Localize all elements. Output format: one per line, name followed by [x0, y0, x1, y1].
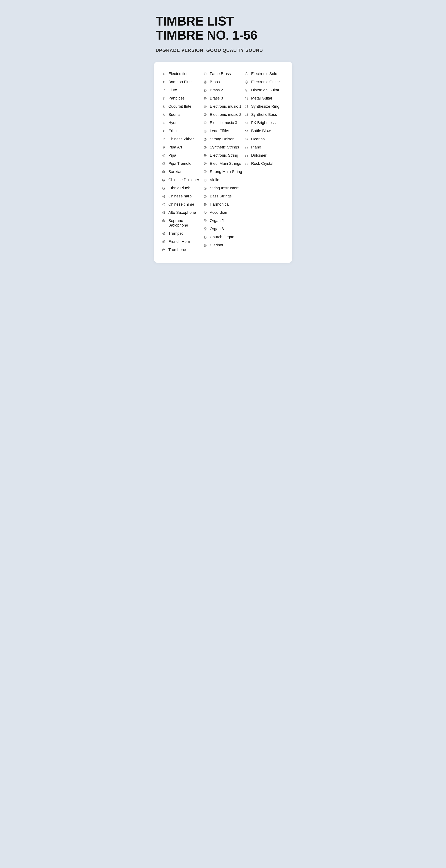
- list-item: ㉗Electronic music 1: [202, 102, 244, 111]
- column-1: ①Electric flute②Bamboo Flute③Flute④Panpi…: [161, 70, 202, 254]
- item-number: ㉙: [202, 121, 208, 125]
- list-item: ⑤Cucurbit flute: [161, 102, 202, 111]
- item-name: Bass Strings: [210, 194, 232, 198]
- list-item: ㉝Electronic String: [202, 151, 244, 159]
- item-number: ㊿: [244, 113, 249, 117]
- list-item: ㊿Synthetic Bass: [244, 111, 285, 119]
- item-number: ⑰: [161, 203, 167, 207]
- item-name: Electric flute: [168, 71, 190, 76]
- item-name: Soprano Saxophone: [168, 218, 202, 227]
- list-item: ㉛Strong Unison: [202, 135, 244, 143]
- header: TIMBRE LIST TIMBRE NO. 1-56 UPGRADE VERS…: [154, 7, 292, 62]
- item-number: ①: [161, 72, 167, 76]
- list-item: ㊴Harmonica: [202, 200, 244, 209]
- item-number: ⑪: [161, 154, 167, 158]
- item-number: ㊳: [202, 195, 208, 198]
- list-item: ㉑French Horn: [161, 238, 202, 246]
- item-name: Trombone: [168, 247, 186, 252]
- item-number: ⑮: [161, 186, 167, 190]
- item-name: Brass: [210, 80, 220, 84]
- list-item: ㉜Synthetic Strings: [202, 143, 244, 151]
- list-item: 52Bottle Blow: [244, 127, 285, 135]
- item-name: Synthesize Ring: [251, 104, 279, 109]
- item-name: Bottle Blow: [251, 129, 270, 133]
- item-number: 52: [244, 130, 249, 133]
- item-number: ㉛: [202, 138, 208, 141]
- item-number: ㉔: [202, 81, 208, 84]
- item-number: ⑲: [161, 219, 167, 223]
- item-number: ⑦: [161, 121, 167, 125]
- column-2: ㉓Farce Brass㉔Brass㉕Brass 2㉖Brass 3㉗Elect…: [202, 70, 244, 254]
- item-name: Elec. Main Strings: [210, 161, 241, 166]
- item-number: ㉟: [202, 170, 208, 174]
- item-number: ⑥: [161, 113, 167, 117]
- item-name: Pipa Tremolo: [168, 161, 192, 166]
- item-name: Farce Brass: [210, 71, 231, 76]
- list-item: ㉙Electric music 3: [202, 119, 244, 127]
- list-item: ⑪Pipa: [161, 151, 202, 159]
- list-item: ㉕Brass 2: [202, 86, 244, 94]
- list-item: 55Dulcimer: [244, 151, 285, 159]
- item-number: ②: [161, 80, 167, 84]
- item-number: ⑤: [161, 105, 167, 108]
- item-number: ㊵: [202, 211, 208, 215]
- list-item: ⑰Chinese chime: [161, 200, 202, 209]
- item-name: String Instrument: [210, 186, 240, 190]
- list-item: ㊱Violin: [202, 176, 244, 184]
- list-item: ⑨Chinese Zither: [161, 135, 202, 143]
- list-item: ②Bamboo Flute: [161, 78, 202, 86]
- item-name: Rock Crystal: [251, 161, 273, 166]
- item-number: ㊺: [244, 72, 249, 76]
- item-number: ㉒: [161, 248, 167, 252]
- item-name: Ethnic Pluck: [168, 186, 190, 190]
- item-name: Trumpet: [168, 231, 183, 236]
- item-name: Chinese Zither: [168, 137, 194, 142]
- list-item: ⑭Chinese Dulcimer: [161, 176, 202, 184]
- item-number: ㉝: [202, 154, 208, 158]
- item-name: Hyun: [168, 120, 178, 125]
- item-number: ⑧: [161, 129, 167, 133]
- item-number: 51: [244, 122, 249, 125]
- list-item: ③Flute: [161, 86, 202, 94]
- list-item: 51FX Brightness: [244, 119, 285, 127]
- list-item: ㊵Accordion: [202, 209, 244, 217]
- item-name: FX Brightness: [251, 120, 276, 125]
- item-name: Electronic String: [210, 153, 238, 158]
- list-item: ⑩Pipa Art: [161, 143, 202, 151]
- item-number: 54: [244, 146, 249, 149]
- item-name: Dulcimer: [251, 153, 266, 158]
- item-number: ㊼: [244, 89, 249, 92]
- list-item: ㊲String Instrument: [202, 184, 244, 192]
- item-number: 55: [244, 154, 249, 157]
- item-name: Organ 3: [210, 226, 224, 231]
- item-name: Synthetic Strings: [210, 145, 239, 150]
- item-number: ㉕: [202, 89, 208, 92]
- item-number: ⑫: [161, 162, 167, 166]
- item-name: Accordion: [210, 210, 227, 215]
- item-number: ㊷: [202, 227, 208, 231]
- list-item: 54Piano: [244, 143, 285, 151]
- item-name: Alto Saxophone: [168, 210, 196, 215]
- list-item: ⑱Alto Saxophone: [161, 209, 202, 217]
- item-number: 56: [244, 162, 249, 165]
- list-item: 56Rock Crystal: [244, 159, 285, 168]
- item-name: Suona: [168, 112, 180, 117]
- item-name: Brass 3: [210, 96, 223, 101]
- item-number: ⑩: [161, 146, 167, 149]
- list-item: ㊻Electronic Guitar: [244, 78, 285, 86]
- item-name: Electric music 3: [210, 120, 237, 125]
- list-item: ㊺Electronic Solo: [244, 70, 285, 78]
- list-item: ①Electric flute: [161, 70, 202, 78]
- item-name: French Horn: [168, 239, 190, 244]
- item-number: ㉗: [202, 105, 208, 108]
- item-number: ㊻: [244, 81, 249, 84]
- item-number: ⑳: [161, 232, 167, 236]
- column-3: ㊺Electronic Solo㊻Electronic Guitar㊼Disto…: [244, 70, 285, 254]
- item-name: Bamboo Flute: [168, 80, 193, 84]
- item-number: ㉑: [161, 240, 167, 244]
- list-item: ⑥Suona: [161, 111, 202, 119]
- list-item: ㉟Strong Main String: [202, 168, 244, 176]
- item-name: Clarinet: [210, 243, 223, 247]
- item-name: Harmonica: [210, 202, 229, 207]
- item-number: ⑬: [161, 170, 167, 174]
